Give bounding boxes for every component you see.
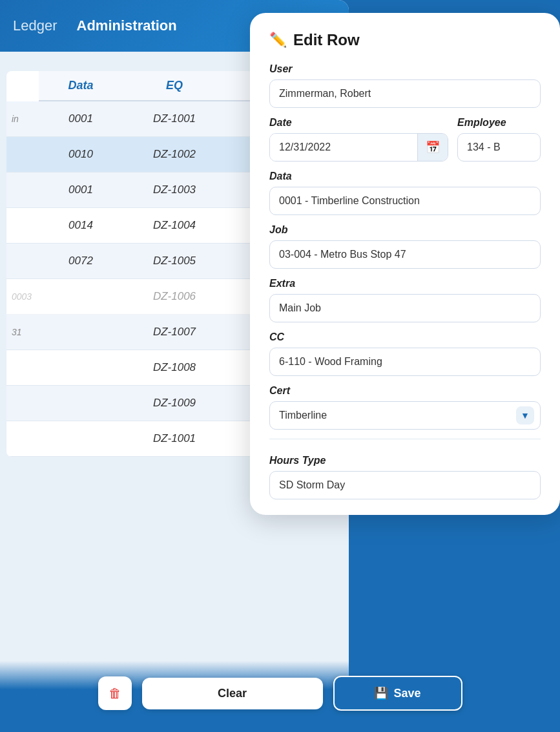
panel-title: Edit Row xyxy=(293,31,360,49)
date-input[interactable] xyxy=(270,134,417,161)
row-data xyxy=(39,362,123,373)
date-field-wrap: Date 📅 xyxy=(269,108,448,162)
date-label: Date xyxy=(269,117,448,129)
row-label: in xyxy=(6,109,39,129)
user-label: User xyxy=(269,63,541,75)
row-label: 0003 xyxy=(6,286,39,307)
clear-button[interactable]: Clear xyxy=(142,678,323,709)
data-field-label: Data xyxy=(269,171,541,182)
row-label: 31 xyxy=(6,322,39,342)
nav-item-ledger[interactable]: Ledger xyxy=(13,17,57,34)
data-input[interactable] xyxy=(269,187,541,215)
cert-input[interactable] xyxy=(269,401,541,430)
row-label xyxy=(6,256,39,266)
calendar-icon: 📅 xyxy=(426,141,440,154)
row-eq: DZ-1005 xyxy=(123,249,226,273)
hours-section: Hours Type xyxy=(269,439,541,499)
row-eq: DZ-1008 xyxy=(123,356,226,379)
cert-label: Cert xyxy=(269,385,541,397)
edit-icon: ✏️ xyxy=(269,32,287,48)
nav-item-administration[interactable]: Administration xyxy=(77,17,177,34)
row-label xyxy=(6,220,39,231)
row-eq: DZ-1003 xyxy=(123,178,226,202)
employee-label: Employee xyxy=(457,117,541,129)
job-label: Job xyxy=(269,224,541,236)
row-eq: DZ-1002 xyxy=(123,143,226,166)
row-label xyxy=(6,398,39,408)
row-data xyxy=(39,434,123,444)
row-eq: DZ-1007 xyxy=(123,320,226,344)
save-button-label: Save xyxy=(393,687,420,700)
employee-input[interactable] xyxy=(457,133,541,162)
row-data: 0010 xyxy=(39,143,123,166)
edit-row-panel: ✏️ Edit Row User Date 📅 Employee Data Jo… xyxy=(250,13,560,515)
clear-button-label: Clear xyxy=(218,687,247,700)
row-data: 0014 xyxy=(39,214,123,237)
cert-field-wrap: ▼ xyxy=(269,401,541,430)
panel-title-row: ✏️ Edit Row xyxy=(269,31,541,49)
cert-chevron-button[interactable]: ▼ xyxy=(516,406,534,424)
delete-button[interactable]: 🗑 xyxy=(98,676,132,710)
row-eq: DZ-1001 xyxy=(123,107,226,131)
trash-icon: 🗑 xyxy=(109,686,121,701)
row-eq: DZ-1006 xyxy=(123,285,226,308)
row-data: 0072 xyxy=(39,249,123,273)
row-label xyxy=(6,149,39,160)
row-eq: DZ-1009 xyxy=(123,392,226,415)
hours-type-label: Hours Type xyxy=(269,455,541,466)
user-input[interactable] xyxy=(269,79,541,108)
save-button[interactable]: 💾 Save xyxy=(333,676,462,711)
extra-input[interactable] xyxy=(269,294,541,322)
row-data: 0001 xyxy=(39,107,123,131)
cc-label: CC xyxy=(269,331,541,343)
row-data xyxy=(39,398,123,408)
chevron-down-icon: ▼ xyxy=(521,410,530,421)
job-input[interactable] xyxy=(269,240,541,269)
row-label xyxy=(6,362,39,373)
row-eq: DZ-1001 xyxy=(123,427,226,450)
cc-input[interactable] xyxy=(269,348,541,376)
date-input-row: 📅 xyxy=(269,133,448,162)
calendar-button[interactable]: 📅 xyxy=(417,134,448,161)
extra-label: Extra xyxy=(269,278,541,289)
col-header-eq: EQ xyxy=(123,79,226,92)
bottom-action-bar: 🗑 Clear 💾 Save xyxy=(0,661,560,732)
col-header-data: Data xyxy=(39,79,123,92)
row-label xyxy=(6,185,39,195)
row-label xyxy=(6,434,39,444)
hours-type-input[interactable] xyxy=(269,471,541,499)
employee-field-wrap: Employee xyxy=(457,108,541,162)
row-data xyxy=(39,291,123,302)
row-eq: DZ-1004 xyxy=(123,214,226,237)
save-icon: 💾 xyxy=(374,686,388,700)
row-data xyxy=(39,327,123,337)
row-data: 0001 xyxy=(39,178,123,202)
